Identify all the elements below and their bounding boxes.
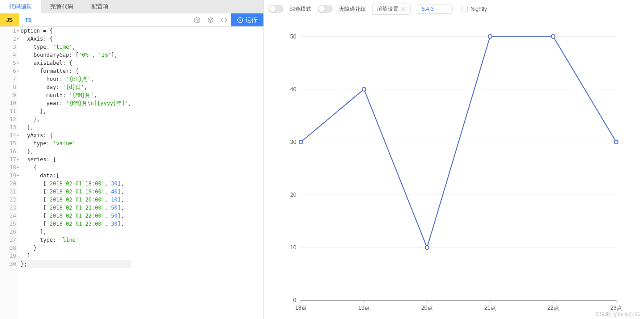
code-line[interactable]: type: 'time', (21, 43, 131, 51)
fold-icon[interactable]: ▾ (17, 59, 19, 67)
svg-point-1 (402, 8, 404, 10)
gutter-line: 11 (0, 107, 18, 115)
gutter-line: 10 (0, 99, 18, 107)
data-point[interactable] (488, 34, 492, 38)
code-line[interactable]: yAxis: { (21, 131, 131, 139)
lang-tab-ts[interactable]: TS (19, 13, 38, 26)
line-chart: 0102030405018点19点20点21点22点23点 (264, 18, 644, 319)
fold-icon[interactable]: ▾ (17, 155, 19, 164)
code-line[interactable]: ['2018-02-01 20:00', 10], (21, 196, 131, 204)
tab-config[interactable]: 配置项 (82, 0, 118, 13)
code-line[interactable]: ['2018-02-01 18:00', 30], (21, 180, 131, 188)
code-line[interactable]: } (21, 244, 131, 252)
code-line[interactable]: day: '{d}日', (21, 83, 131, 91)
fold-icon[interactable]: ▾ (17, 164, 19, 172)
gutter-line: 6▾ (0, 67, 18, 75)
nightly-label: Nightly (470, 6, 487, 12)
editor-toolbar: JS TS 运行 (0, 13, 263, 27)
lang-tab-js[interactable]: JS (0, 13, 19, 26)
code-line[interactable]: }, (21, 115, 131, 123)
code-line[interactable]: }; (21, 260, 131, 268)
a11y-label: 无障碍花纹 (339, 5, 366, 13)
run-button[interactable]: 运行 (231, 13, 263, 26)
y-tick-label: 50 (290, 34, 297, 40)
y-tick-label: 40 (290, 86, 297, 92)
a11y-switch[interactable] (318, 5, 333, 13)
code-line[interactable]: hour: '{HH}点', (21, 75, 131, 83)
code-line[interactable]: { (21, 164, 131, 172)
code-line[interactable]: data:[ (21, 172, 131, 180)
version-select[interactable]: 5.4.3 ⌄ (417, 4, 453, 14)
dark-mode-switch[interactable] (268, 5, 284, 13)
code-line[interactable]: ['2018-02-01 19:00', 40], (21, 188, 131, 196)
gutter-line: 13 (0, 123, 18, 131)
y-tick-label: 0 (293, 297, 297, 303)
x-tick-label: 23点 (610, 305, 622, 311)
code-line[interactable]: }, (21, 123, 131, 131)
fold-icon[interactable]: ▾ (17, 27, 19, 35)
x-tick-label: 19点 (358, 305, 370, 311)
tab-code-edit[interactable]: 代码编辑 (0, 0, 41, 13)
code-line[interactable]: ] (21, 252, 131, 260)
code-line[interactable]: month: '{MM}月', (21, 91, 131, 99)
code-icon[interactable] (217, 13, 231, 26)
gutter-line: 18▾ (0, 164, 18, 172)
code-line[interactable]: option = { (21, 27, 131, 35)
fold-icon[interactable]: ▾ (17, 67, 19, 75)
tab-full-code[interactable]: 完整代码 (41, 0, 82, 13)
version-value: 5.4.3 (422, 6, 434, 12)
code-line[interactable]: ['2018-02-01 23:00', 30], (21, 220, 131, 228)
code-line[interactable]: xAxis: { (21, 35, 131, 43)
data-point[interactable] (362, 87, 366, 91)
render-settings-button[interactable]: 渲染设置 (372, 4, 411, 15)
gutter-line: 30 (0, 260, 18, 268)
gutter-line: 3 (0, 43, 18, 51)
gutter-line: 7 (0, 75, 18, 83)
code-line[interactable]: axisLabel: { (21, 59, 131, 67)
x-tick-label: 22点 (547, 305, 559, 311)
x-tick-label: 20点 (421, 305, 433, 311)
data-point[interactable] (425, 246, 429, 249)
code-line[interactable]: }, (21, 147, 131, 155)
data-point[interactable] (551, 34, 555, 38)
editor-pane: 代码编辑 完整代码 配置项 JS TS 运行 1▾2▾345▾6▾7891011… (0, 0, 264, 319)
x-tick-label: 18点 (295, 305, 307, 311)
gutter-line: 26 (0, 228, 18, 236)
play-icon (237, 17, 243, 23)
gutter-line: 16 (0, 147, 18, 155)
fold-icon[interactable]: ▾ (17, 35, 19, 43)
render-label: 渲染设置 (377, 5, 398, 13)
code-line[interactable]: year: '{MM}月\n[{yyyy}年]', (21, 99, 131, 107)
gutter-line: 24 (0, 212, 18, 220)
watermark: CSDN @kelly0721 (596, 311, 640, 317)
code-line[interactable]: ], (21, 228, 131, 236)
nightly-checkbox[interactable] (462, 6, 468, 12)
y-tick-label: 20 (290, 192, 297, 198)
code-line[interactable]: boundaryGap: ['0%', '1%'], (21, 51, 131, 59)
code-line[interactable]: ['2018-02-01 21:00', 50], (21, 204, 131, 212)
code-editor[interactable]: 1▾2▾345▾6▾7891011121314▾151617▾18▾19▾202… (0, 27, 263, 319)
code-line[interactable]: ['2018-02-01 22:00', 50], (21, 212, 131, 220)
dark-mode-label: 深色模式 (290, 5, 311, 13)
fold-icon[interactable]: ▾ (17, 172, 19, 180)
gutter-line: 23 (0, 204, 18, 212)
data-point[interactable] (614, 140, 618, 144)
gutter-line: 21 (0, 188, 18, 196)
gutter-line: 25 (0, 220, 18, 228)
code-line[interactable]: }, (21, 107, 131, 115)
code-line[interactable]: type: 'value' (21, 139, 131, 147)
top-tabs: 代码编辑 完整代码 配置项 (0, 0, 263, 13)
gutter-line: 12 (0, 115, 18, 123)
box-icon[interactable] (204, 13, 217, 26)
cube-icon[interactable] (191, 13, 204, 26)
gutter-line: 17▾ (0, 155, 18, 164)
code-line[interactable]: formatter: { (21, 67, 131, 75)
gutter-line: 4 (0, 51, 18, 59)
gutter-line: 8 (0, 83, 18, 91)
gutter-line: 14▾ (0, 131, 18, 139)
data-point[interactable] (299, 140, 303, 144)
chevron-down-icon: ⌄ (443, 7, 447, 12)
fold-icon[interactable]: ▾ (17, 131, 19, 139)
code-line[interactable]: type: 'line' (21, 236, 131, 244)
code-line[interactable]: series: [ (21, 155, 131, 164)
